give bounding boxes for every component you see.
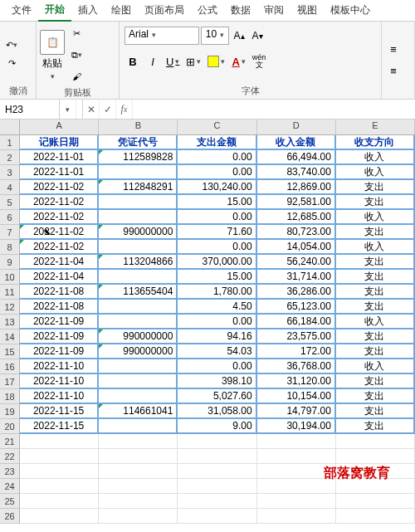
bold-button[interactable]: B: [124, 53, 141, 70]
redo-button[interactable]: ↷: [3, 55, 20, 71]
cell[interactable]: [99, 210, 178, 225]
cell[interactable]: [20, 509, 99, 524]
cell[interactable]: 80,723.00: [257, 225, 336, 240]
cut-button[interactable]: ✂: [68, 25, 85, 41]
cell[interactable]: [178, 509, 256, 524]
cell[interactable]: 2022-11-09: [20, 315, 99, 329]
cell[interactable]: 30,194.00: [257, 419, 336, 434]
row-header[interactable]: 20: [0, 419, 20, 434]
cell[interactable]: 支出: [336, 225, 415, 240]
cell[interactable]: 2022-11-04: [20, 270, 99, 285]
cell[interactable]: [178, 494, 256, 509]
cell[interactable]: 23,575.00: [257, 329, 336, 344]
cell[interactable]: 65,123.00: [257, 300, 336, 315]
row-header[interactable]: 15: [0, 344, 20, 359]
cell[interactable]: 113655404: [99, 285, 178, 300]
cell[interactable]: 36,286.00: [257, 285, 336, 300]
cell[interactable]: [257, 434, 336, 449]
fill-color-button[interactable]: ▾: [206, 53, 227, 70]
cell[interactable]: 990000000: [99, 329, 178, 344]
cell[interactable]: [20, 479, 99, 494]
cell[interactable]: 2022-11-01: [20, 150, 99, 165]
cell[interactable]: 支出: [336, 270, 415, 285]
row-header[interactable]: 25: [0, 494, 20, 509]
cell[interactable]: 112848291: [99, 180, 178, 195]
cell[interactable]: 2022-11-08: [20, 300, 99, 315]
cell[interactable]: [336, 434, 415, 449]
cell[interactable]: 支出: [336, 329, 415, 344]
cell[interactable]: [178, 449, 256, 464]
col-header-A[interactable]: A: [20, 120, 99, 134]
row-header[interactable]: 9: [0, 255, 20, 270]
cell[interactable]: 14,797.00: [257, 404, 336, 419]
row-header[interactable]: 22: [0, 449, 20, 464]
menu-item-3[interactable]: 绘图: [105, 0, 138, 21]
col-header-E[interactable]: E: [336, 120, 415, 134]
underline-button[interactable]: U▾: [164, 53, 181, 70]
cell[interactable]: 收入: [336, 150, 415, 165]
cell[interactable]: 2022-11-09: [20, 329, 99, 344]
cell[interactable]: [20, 434, 99, 449]
cell[interactable]: 支出: [336, 344, 415, 359]
decrease-font-button[interactable]: A▾: [249, 27, 266, 44]
phonetic-button[interactable]: wén 文: [251, 53, 268, 70]
cell[interactable]: 0.00: [178, 359, 256, 374]
cell[interactable]: 990000000: [99, 344, 178, 359]
align-top-button[interactable]: ≡: [385, 41, 402, 58]
row-header[interactable]: 1: [0, 135, 20, 150]
cell[interactable]: 94.16: [178, 329, 256, 344]
menu-item-4[interactable]: 页面布局: [138, 0, 191, 21]
fx-button[interactable]: fx: [116, 100, 133, 119]
row-header[interactable]: 23: [0, 464, 20, 479]
cell[interactable]: [99, 240, 178, 255]
cell[interactable]: 0.00: [178, 150, 256, 165]
cell[interactable]: 36,768.00: [257, 359, 336, 374]
row-header[interactable]: 11: [0, 285, 20, 300]
increase-font-button[interactable]: A▴: [231, 27, 247, 44]
cell[interactable]: 0.00: [178, 210, 256, 225]
header-cell[interactable]: 支出金额: [178, 135, 256, 150]
undo-button[interactable]: ↶▾: [3, 37, 20, 53]
menu-item-8[interactable]: 视图: [290, 0, 324, 21]
cell[interactable]: [99, 374, 178, 389]
cell[interactable]: 2022-11-02: [20, 180, 99, 195]
cell[interactable]: 4.50: [178, 300, 256, 315]
cell[interactable]: 2022-11-01: [20, 165, 99, 180]
cell[interactable]: 0.00: [178, 240, 256, 255]
row-header[interactable]: 26: [0, 509, 20, 524]
cell[interactable]: 66,494.00: [257, 150, 336, 165]
cell[interactable]: [99, 449, 178, 464]
copy-button[interactable]: ⧉▾: [68, 46, 85, 63]
cell[interactable]: 12,685.00: [257, 210, 336, 225]
col-header-C[interactable]: C: [178, 120, 256, 134]
cell[interactable]: 支出: [336, 180, 415, 195]
cell[interactable]: [99, 494, 178, 509]
cell[interactable]: 2022-11-04: [20, 255, 99, 270]
cell[interactable]: 2022-11-09: [20, 344, 99, 359]
italic-button[interactable]: I: [144, 53, 161, 70]
cell[interactable]: 12,869.00: [257, 180, 336, 195]
cell[interactable]: 66,184.00: [257, 315, 336, 329]
menu-item-1[interactable]: 开始: [38, 0, 71, 22]
cell[interactable]: 支出: [336, 374, 415, 389]
header-cell[interactable]: 记账日期: [20, 135, 99, 150]
cell[interactable]: 收入: [336, 315, 415, 329]
cancel-edit-button[interactable]: ✕: [83, 100, 100, 119]
cell[interactable]: 15.00: [178, 270, 256, 285]
row-header[interactable]: 14: [0, 329, 20, 344]
cell[interactable]: [20, 449, 99, 464]
cell[interactable]: 71.60: [178, 225, 256, 240]
row-header[interactable]: 19: [0, 404, 20, 419]
row-header[interactable]: 4: [0, 180, 20, 195]
header-cell[interactable]: 收支方向: [336, 135, 415, 150]
cell[interactable]: 支出: [336, 419, 415, 434]
align-left-button[interactable]: ≡: [385, 63, 402, 80]
cell[interactable]: 990000000: [99, 225, 178, 240]
cell[interactable]: 2022-11-02: [20, 210, 99, 225]
cell[interactable]: 83,740.00: [257, 165, 336, 180]
cell[interactable]: 10,154.00: [257, 389, 336, 404]
cell[interactable]: 14,054.00: [257, 240, 336, 255]
cell[interactable]: [99, 464, 178, 479]
row-header[interactable]: 10: [0, 270, 20, 285]
col-header-D[interactable]: D: [257, 120, 336, 134]
